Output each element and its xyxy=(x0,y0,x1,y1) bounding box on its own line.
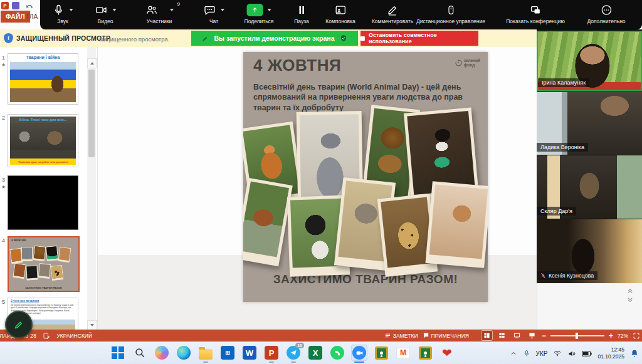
thumb4-background: 4 ЖОВТНЯ ЗАХИСТИМО ТВАРИН РАЗОМ xyxy=(9,237,78,291)
file-explorer-icon[interactable] xyxy=(197,345,214,361)
remote-control-label: Дистанционное управление xyxy=(416,18,485,24)
whatsapp-icon[interactable] xyxy=(329,345,345,361)
protected-view-title: ЗАЩИЩЕННЫЙ ПРОСМОТР xyxy=(16,34,110,42)
telegram-icon[interactable]: 10 xyxy=(285,345,302,361)
copilot-icon[interactable] xyxy=(154,345,170,361)
zoom-out-button[interactable]: − xyxy=(542,331,546,340)
slide-number: 5 xyxy=(2,299,5,305)
slide-thumbnail-2[interactable]: Війна. Тяжкі часи для всіх... Тваринам д… xyxy=(8,114,78,167)
battery-icon[interactable] xyxy=(582,350,592,357)
protected-view-message: защищенного просмотра. xyxy=(99,36,169,43)
undo-icon[interactable] xyxy=(25,3,34,10)
comments-toggle[interactable]: ПРИМЕЧАНИЯ xyxy=(423,332,469,339)
video-label: Видео xyxy=(95,18,117,24)
thumb4-title: 4 ЖОВТНЯ xyxy=(11,239,26,242)
slide-sorter-view-button[interactable] xyxy=(497,331,507,340)
remote-control-button[interactable]: Дистанционное управление xyxy=(416,3,485,24)
next-slide-button[interactable] xyxy=(626,296,634,304)
powerpoint-icon[interactable]: P xyxy=(263,345,280,361)
right-scroll-area xyxy=(537,283,642,330)
start-button[interactable] xyxy=(110,345,126,361)
notes-toggle[interactable]: ЗАМЕТКИ xyxy=(384,332,418,339)
zoom-percent[interactable]: 72% xyxy=(618,333,628,339)
slide-thumbnail-3[interactable] xyxy=(8,175,78,230)
thumb1-image xyxy=(10,62,76,102)
classroom-icon-2[interactable] xyxy=(417,345,433,361)
zoom-slider[interactable] xyxy=(550,335,604,336)
previous-slide-button[interactable] xyxy=(626,287,634,294)
tray-date: 01.10.2025 xyxy=(597,353,624,360)
zoom-slider-thumb[interactable] xyxy=(576,333,578,339)
video-camera-icon xyxy=(95,4,108,16)
classroom-icon[interactable] xyxy=(373,345,389,361)
participant-video[interactable]: Ксенія Кузнєцова xyxy=(537,219,642,283)
annotation-tool-button[interactable] xyxy=(5,311,33,338)
thumbnails-scrollbar[interactable] xyxy=(87,47,96,330)
tray-language[interactable]: УКР xyxy=(536,350,548,357)
search-icon[interactable] xyxy=(132,345,148,361)
chat-button[interactable]: Чат xyxy=(203,3,224,24)
participant-video[interactable]: Ірина Каламуняк xyxy=(537,31,642,91)
slide-number: 1 xyxy=(2,55,5,61)
chevron-down-icon[interactable] xyxy=(268,9,271,11)
thumb2-caption: Тваринам дуже потрібна твоя допомога xyxy=(10,159,76,165)
chevron-down-icon[interactable] xyxy=(70,9,73,11)
participant-video[interactable]: Ладика Вероніка xyxy=(537,92,642,155)
tray-clock[interactable]: 12:45 01.10.2025 xyxy=(597,346,624,360)
layout-button[interactable]: Компоновка xyxy=(325,3,355,24)
current-slide[interactable]: 4 ЖОВТНЯ зелений фонд Всесвітній день тв… xyxy=(243,52,488,302)
normal-view-button[interactable] xyxy=(482,331,492,340)
reading-view-button[interactable] xyxy=(512,331,522,340)
slide-thumbnail-1[interactable]: Тварини і війна xyxy=(8,53,78,105)
show-meeting-button[interactable]: Показать конференцию xyxy=(506,3,565,24)
file-tab[interactable]: ФАЙЛ xyxy=(1,11,30,23)
home-tab[interactable]: ГЛА xyxy=(26,13,38,20)
stop-share-button[interactable]: Остановить совместное использование xyxy=(360,31,478,46)
audio-button[interactable]: Звук xyxy=(53,3,73,24)
tray-overflow-chevron-icon[interactable] xyxy=(510,350,517,357)
slide-thumbnail-4-selected[interactable]: 4 ЖОВТНЯ ЗАХИСТИМО ТВАРИН РАЗОМ xyxy=(8,236,80,292)
slideshow-view-button[interactable] xyxy=(527,331,537,340)
stop-icon xyxy=(360,36,365,41)
chevron-down-icon[interactable] xyxy=(221,9,224,11)
telegram-badge: 10 xyxy=(295,343,304,348)
ppt-status-bar: СЛАЙД 4 ИЗ 28 УКРАИНСКИЙ ЗАМЕТКИ ПРИМЕЧА… xyxy=(0,330,642,341)
wifi-icon[interactable] xyxy=(553,350,562,357)
share-screen-button[interactable]: Поделиться xyxy=(245,3,274,24)
more-button[interactable]: Дополнительно xyxy=(587,3,625,24)
health-app-icon[interactable]: ❤ xyxy=(439,345,455,361)
zoom-app-icon[interactable] xyxy=(351,345,367,361)
spelling-icon[interactable] xyxy=(43,332,50,340)
tray-microphone-icon[interactable] xyxy=(523,349,530,358)
logo-line1: зелений xyxy=(464,58,480,63)
audio-label: Звук xyxy=(53,18,73,24)
participants-button[interactable]: 9 Участники xyxy=(145,3,174,24)
green-fund-logo: зелений фонд xyxy=(455,58,480,67)
microsoft-store-icon[interactable]: ⊞ xyxy=(219,345,236,361)
fit-to-window-icon[interactable] xyxy=(633,332,640,340)
chevron-down-icon[interactable] xyxy=(113,9,117,11)
excel-icon[interactable]: X xyxy=(307,345,324,361)
pause-share-button[interactable]: Пауза xyxy=(294,3,309,24)
windows-taskbar: ⊞ W P 10 X M ❤ УКР xyxy=(0,341,642,364)
zoom-in-button[interactable]: + xyxy=(609,331,613,340)
layout-icon xyxy=(334,4,347,16)
notification-bell-icon[interactable] xyxy=(630,349,639,358)
microphone-icon xyxy=(53,4,65,16)
word-icon[interactable]: W xyxy=(241,345,258,361)
language-indicator[interactable]: УКРАИНСКИЙ xyxy=(56,333,92,339)
video-button[interactable]: Видео xyxy=(95,3,117,24)
chevron-down-icon[interactable] xyxy=(170,9,174,11)
annotate-button[interactable]: Комментировать xyxy=(372,3,413,24)
save-icon[interactable] xyxy=(12,2,19,9)
photo-lynx xyxy=(425,181,488,268)
participant-video[interactable]: Скляр Дар'я xyxy=(537,155,642,219)
gmail-icon[interactable]: M xyxy=(395,345,411,361)
thumb2-image: Війна. Тяжкі часи для всіх... Тваринам д… xyxy=(10,117,76,165)
edge-icon[interactable] xyxy=(176,345,192,361)
thumb1-title: Тварини і війна xyxy=(8,55,78,60)
speaker-icon[interactable] xyxy=(567,350,576,358)
scroll-down-button[interactable] xyxy=(87,320,97,330)
scroll-up-button[interactable] xyxy=(87,58,97,68)
scrollbar-thumb[interactable] xyxy=(88,70,95,157)
